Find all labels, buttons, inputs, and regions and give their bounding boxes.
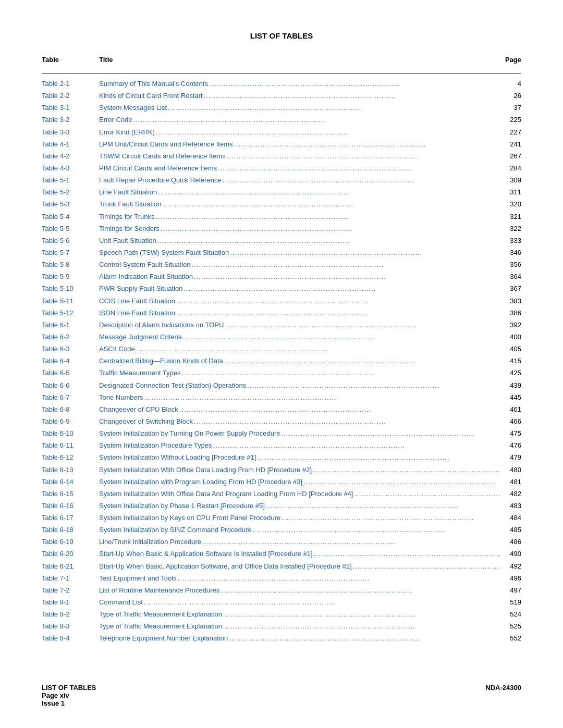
table-ref[interactable]: Table 3-3 bbox=[42, 127, 99, 138]
table-row[interactable]: Table 6-17System Initialization by Keys … bbox=[42, 513, 521, 523]
table-ref[interactable]: Table 6-3 bbox=[42, 344, 99, 354]
table-row[interactable]: Table 6-18System Initialization by SINZ … bbox=[42, 525, 521, 535]
table-ref[interactable]: Table 3-1 bbox=[42, 103, 99, 113]
table-ref[interactable]: Table 2-2 bbox=[42, 91, 99, 101]
table-row[interactable]: Table 6-15System Initialization With Off… bbox=[42, 489, 521, 499]
table-row[interactable]: Table 6-14System Initialization with Pro… bbox=[42, 477, 521, 487]
table-row[interactable]: Table 6-9Changeover of Switching Block .… bbox=[42, 416, 521, 427]
table-ref[interactable]: Table 6-10 bbox=[42, 428, 99, 439]
table-row[interactable]: Table 5-3Trunk Fault Situation .........… bbox=[42, 199, 521, 209]
page-number: 482 bbox=[500, 489, 521, 499]
table-ref[interactable]: Table 6-15 bbox=[42, 489, 99, 499]
table-ref[interactable]: Table 7-1 bbox=[42, 573, 99, 584]
table-ref[interactable]: Table 6-16 bbox=[42, 501, 99, 511]
table-ref[interactable]: Table 6-17 bbox=[42, 513, 99, 523]
dots: ........................................… bbox=[265, 501, 500, 511]
table-ref[interactable]: Table 6-9 bbox=[42, 416, 99, 427]
table-ref[interactable]: Table 8-4 bbox=[42, 633, 99, 644]
table-ref[interactable]: Table 6-2 bbox=[42, 332, 99, 342]
table-row[interactable]: Table 3-1System Messages List ..........… bbox=[42, 103, 521, 113]
table-ref[interactable]: Table 6-14 bbox=[42, 477, 99, 487]
table-row[interactable]: Table 5-10PWR Supply Fault Situation ...… bbox=[42, 283, 521, 294]
table-ref[interactable]: Table 5-3 bbox=[42, 199, 99, 209]
table-ref[interactable]: Table 8-3 bbox=[42, 621, 99, 632]
table-row[interactable]: Table 3-3Error Kind (ERRK) .............… bbox=[42, 127, 521, 138]
table-row[interactable]: Table 6-11System Initialization Procedur… bbox=[42, 440, 521, 451]
table-row[interactable]: Table 6-16System Initialization by Phase… bbox=[42, 501, 521, 511]
table-row[interactable]: Table 6-6Designated Connection Test (Sta… bbox=[42, 380, 521, 391]
table-row[interactable]: Table 5-11CCIS Line Fault Situation ....… bbox=[42, 296, 521, 306]
table-row[interactable]: Table 8-4Telephone Equipment Number Expl… bbox=[42, 633, 521, 644]
table-row[interactable]: Table 5-5Timings for Senders ...........… bbox=[42, 224, 521, 234]
table-ref[interactable]: Table 5-8 bbox=[42, 260, 99, 270]
table-ref[interactable]: Table 2-1 bbox=[42, 79, 99, 89]
table-row[interactable]: Table 6-5Traffic Measurement Types .....… bbox=[42, 368, 521, 378]
table-ref[interactable]: Table 6-19 bbox=[42, 537, 99, 547]
table-ref[interactable]: Table 5-2 bbox=[42, 187, 99, 198]
table-row[interactable]: Table 4-1LPM Unit/Circuit Cards and Refe… bbox=[42, 139, 521, 150]
table-row[interactable]: Table 8-2Type of Traffic Measurement Exp… bbox=[42, 609, 521, 620]
table-ref[interactable]: Table 5-6 bbox=[42, 236, 99, 246]
title-area: Fault Repair Procedure Quick Reference .… bbox=[99, 175, 500, 186]
table-ref[interactable]: Table 6-1 bbox=[42, 320, 99, 330]
table-ref[interactable]: Table 5-1 bbox=[42, 175, 99, 186]
table-ref[interactable]: Table 6-5 bbox=[42, 368, 99, 378]
table-row[interactable]: Table 6-3ASCII Code ....................… bbox=[42, 344, 521, 354]
table-row[interactable]: Table 5-7Speech Path (TSW) System Fault … bbox=[42, 248, 521, 258]
page-number: 492 bbox=[500, 561, 521, 572]
table-ref[interactable]: Table 4-3 bbox=[42, 163, 99, 174]
table-ref[interactable]: Table 5-12 bbox=[42, 308, 99, 318]
table-row[interactable]: Table 5-9Alarm Indication Fault Situatio… bbox=[42, 272, 521, 282]
table-row[interactable]: Table 5-4Timings for Trunks ............… bbox=[42, 212, 521, 222]
table-ref[interactable]: Table 4-1 bbox=[42, 139, 99, 150]
table-row[interactable]: Table 6-10System Initialization by Turni… bbox=[42, 428, 521, 439]
table-ref[interactable]: Table 5-4 bbox=[42, 212, 99, 222]
table-row[interactable]: Table 7-2List of Routine Maintenance Pro… bbox=[42, 585, 521, 596]
table-ref[interactable]: Table 5-10 bbox=[42, 283, 99, 294]
table-ref[interactable]: Table 5-9 bbox=[42, 272, 99, 282]
table-row[interactable]: Table 5-8Control System Fault Situation … bbox=[42, 260, 521, 270]
table-row[interactable]: Table 7-1Test Equipment and Tools ......… bbox=[42, 573, 521, 584]
table-ref[interactable]: Table 5-5 bbox=[42, 224, 99, 234]
table-row[interactable]: Table 6-20Start-Up When Basic & Applicat… bbox=[42, 549, 521, 559]
table-row[interactable]: Table 5-6Unit Fault Situation ..........… bbox=[42, 236, 521, 246]
table-row[interactable]: Table 6-4Centralized Billing—Fusion Kind… bbox=[42, 356, 521, 366]
table-row[interactable]: Table 2-1Summary of This Manual's Conten… bbox=[42, 79, 521, 89]
table-ref[interactable]: Table 8-2 bbox=[42, 609, 99, 620]
table-ref[interactable]: Table 6-4 bbox=[42, 356, 99, 366]
table-ref[interactable]: Table 6-7 bbox=[42, 392, 99, 403]
table-ref[interactable]: Table 6-20 bbox=[42, 549, 99, 559]
table-row[interactable]: Table 6-8Changeover of CPU Block .......… bbox=[42, 404, 521, 415]
table-row[interactable]: Table 6-12System Initialization Without … bbox=[42, 452, 521, 463]
table-row[interactable]: Table 6-7Tone Numbers ..................… bbox=[42, 392, 521, 403]
table-ref[interactable]: Table 6-11 bbox=[42, 440, 99, 451]
table-row[interactable]: Table 4-3PIM Circuit Cards and Reference… bbox=[42, 163, 521, 174]
table-ref[interactable]: Table 7-2 bbox=[42, 585, 99, 596]
table-ref[interactable]: Table 6-13 bbox=[42, 465, 99, 475]
table-ref[interactable]: Table 6-21 bbox=[42, 561, 99, 572]
table-row[interactable]: Table 6-2Message Judgment Criteria .....… bbox=[42, 332, 521, 342]
table-ref[interactable]: Table 5-11 bbox=[42, 296, 99, 306]
table-row[interactable]: Table 8-1Command List ..................… bbox=[42, 597, 521, 608]
table-row[interactable]: Table 6-21Start-Up When Basic, Applicati… bbox=[42, 561, 521, 572]
table-ref[interactable]: Table 3-2 bbox=[42, 115, 99, 125]
table-row[interactable]: Table 6-13System Initialization With Off… bbox=[42, 465, 521, 475]
table-ref[interactable]: Table 6-12 bbox=[42, 452, 99, 463]
table-ref[interactable]: Table 8-1 bbox=[42, 597, 99, 608]
table-row[interactable]: Table 3-2Error Code ....................… bbox=[42, 115, 521, 125]
table-ref[interactable]: Table 6-18 bbox=[42, 525, 99, 535]
table-ref[interactable]: Table 6-6 bbox=[42, 380, 99, 391]
table-ref[interactable]: Table 4-2 bbox=[42, 151, 99, 162]
table-row[interactable]: Table 6-19Line/Trunk Initialization Proc… bbox=[42, 537, 521, 547]
dots: ........................................… bbox=[193, 416, 500, 427]
table-row[interactable]: Table 6-1Description of Alarm Indication… bbox=[42, 320, 521, 330]
table-row[interactable]: Table 4-2TSWM Circuit Cards and Referenc… bbox=[42, 151, 521, 162]
table-ref[interactable]: Table 6-8 bbox=[42, 404, 99, 415]
page-number: 524 bbox=[500, 609, 521, 620]
table-row[interactable]: Table 8-3Type of Traffic Measurement Exp… bbox=[42, 621, 521, 632]
table-row[interactable]: Table 5-1Fault Repair Procedure Quick Re… bbox=[42, 175, 521, 186]
table-row[interactable]: Table 5-12ISDN Line Fault Situation ....… bbox=[42, 308, 521, 318]
table-ref[interactable]: Table 5-7 bbox=[42, 248, 99, 258]
table-row[interactable]: Table 5-2Line Fault Situation ..........… bbox=[42, 187, 521, 198]
table-row[interactable]: Table 2-2Kinds of Circuit Card Front Res… bbox=[42, 91, 521, 101]
